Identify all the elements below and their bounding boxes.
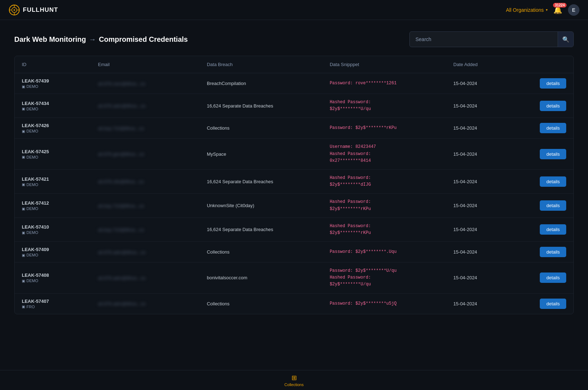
action-cell: details [512,218,573,241]
table-row: LEAK-57412 ▣ DEMO ali.bsp.710@8hos...coU… [15,194,573,218]
leak-id: LEAK-57434 [22,101,84,106]
search-icon: 🔍 [562,36,569,43]
leak-id: LEAK-57407 [22,299,84,304]
email-value: ali.876.gen@8hos...co [98,151,144,157]
details-button[interactable]: details [540,123,566,133]
email-cell: ali.876.adm@8hos...co [91,293,200,314]
email-value: ali.bsp.710@8hos...co [98,126,144,131]
email-value: ali.876.c8s@8hos...co [98,179,144,184]
leak-id: LEAK-57421 [22,176,84,182]
tag-icon: ▣ [22,253,25,257]
email-value: ali.bsp.710@8hos...co [98,203,144,209]
email-cell: ali.bsp.710@8hos...co [91,218,200,241]
tag-label: DEMO [26,230,38,235]
breach-cell: 16,624 Separate Data Breaches [200,94,323,118]
snippet-line: Password: $2y$********u5jQ [330,300,439,307]
date-cell: 15-04-2024 [446,242,512,262]
details-button[interactable]: details [540,299,566,309]
logo-text: FULLHUNT [23,6,58,14]
org-selector[interactable]: All Organizations ▾ [506,7,548,13]
tag-icon: ▣ [22,155,25,159]
main-content: Dark Web Monitoring → Compromised Creden… [0,20,588,326]
id-cell: LEAK-57426 ▣ DEMO [15,118,91,139]
demo-tag: ▣ DEMO [22,279,84,283]
col-snippet: Data Snipppet [323,56,446,73]
search-button[interactable]: 🔍 [558,31,573,47]
details-button[interactable]: details [540,224,566,235]
tag-icon: ▣ [22,182,25,186]
breadcrumb-current: Compromised Credentials [99,35,188,44]
email-value: ali.876.adm@8hos...co [98,301,145,306]
notification-badge: 31224 [553,3,567,8]
table-header: ID Email Data Breach Data Snipppet Date … [15,56,573,73]
date-cell: 15-04-2024 [446,139,512,170]
snippet-cell: Password: $2y$********U/quHashed Passwor… [323,262,446,294]
snippet-cell: Password: $2y$********.Uqu [323,242,446,262]
email-value: ali.bsp.710@8hos...co [98,227,144,232]
bottom-nav-collections[interactable]: ⊞ Collections [280,372,308,388]
id-cell: LEAK-57425 ▣ DEMO [15,139,91,170]
notification-bell[interactable]: 🔔 31224 [553,6,562,14]
snippet-line: $2y$********rKPu [330,206,439,212]
col-id: ID [15,56,91,73]
snippet-cell: Password: rove********1261 [323,73,446,94]
email-cell: ali.876.c8s@8hos...co [91,169,200,193]
user-avatar[interactable]: E [568,4,579,16]
table-row: LEAK-57425 ▣ DEMO ali.876.gen@8hos...coM… [15,139,573,170]
details-button[interactable]: details [540,78,566,89]
snippet-line: Hashed Password: [330,199,439,205]
table-row: LEAK-57410 ▣ DEMO ali.bsp.710@8hos...co1… [15,218,573,241]
tag-label: DEMO [26,253,38,257]
snippet-line: Hashed Password: [330,223,439,230]
details-button[interactable]: details [540,176,566,187]
nav-right: All Organizations ▾ 🔔 31224 E [506,4,579,16]
logo-area[interactable]: FULLHUNT [9,4,58,16]
email-cell: ali.876.adm@8hos...co [91,262,200,294]
breadcrumb-separator: → [89,35,96,44]
email-cell: ali.876.gen@8hos...co [91,139,200,170]
col-email: Email [91,56,200,73]
details-button[interactable]: details [540,272,566,283]
action-cell: details [512,73,573,94]
email-cell: ali.bsp.710@8hos...co [91,194,200,218]
tag-icon: ▣ [22,85,25,89]
snippet-line: Password: rove********1261 [330,80,439,87]
snippet-line: Password: $2y$********rKPu [330,125,439,131]
tag-label: DEMO [26,182,38,187]
details-button[interactable]: details [540,149,566,159]
col-action [512,56,573,73]
snippet-cell: Hashed Password:$2y$********dIJG [323,169,446,193]
demo-tag: ▣ DEMO [22,129,84,133]
search-bar: 🔍 [409,31,574,47]
snippet-line: Password: $2y$********U/qu [330,268,439,274]
tag-label: DEMO [26,155,38,159]
col-breach: Data Breach [200,56,323,73]
tag-icon: ▣ [22,305,25,309]
date-cell: 15-04-2024 [446,194,512,218]
col-date: Date Added [446,56,512,73]
email-cell: ali.876.cem@8hos...co [91,73,200,94]
id-cell: LEAK-57439 ▣ DEMO [15,73,91,94]
svg-point-2 [14,9,15,11]
details-button[interactable]: details [540,101,566,111]
leak-id: LEAK-57439 [22,78,84,84]
tag-label: DEMO [26,206,38,211]
details-button[interactable]: details [540,200,566,211]
action-cell: details [512,293,573,314]
snippet-line: Hashed Password: [330,151,439,158]
date-cell: 15-04-2024 [446,94,512,118]
search-input[interactable] [410,36,558,42]
demo-tag: ▣ DEMO [22,84,84,89]
action-cell: details [512,118,573,139]
tag-icon: ▣ [22,231,25,235]
tag-icon: ▣ [22,107,25,111]
action-cell: details [512,242,573,262]
id-cell: LEAK-57412 ▣ DEMO [15,194,91,218]
collections-icon: ⊞ [291,374,297,382]
table-row: LEAK-57439 ▣ DEMO ali.876.cem@8hos...coB… [15,73,573,94]
date-cell: 15-04-2024 [446,218,512,241]
email-value: ali.876.cem@8hos...co [98,81,145,86]
details-button[interactable]: details [540,247,566,257]
email-value: ali.876.adm@8hos...co [98,275,145,281]
email-value: ali.876.adm@8hos...co [98,103,145,109]
